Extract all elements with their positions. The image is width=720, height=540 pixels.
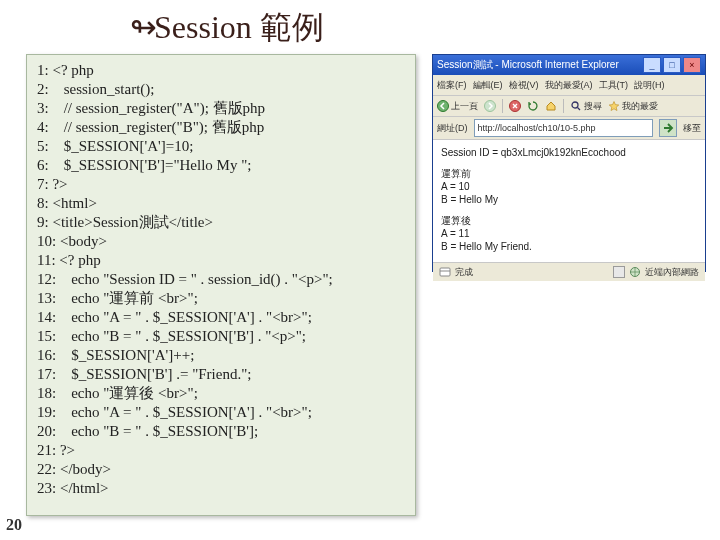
output-session-id: Session ID = qb3xLmcj0k192knEcochood [441,146,697,159]
svg-point-3 [572,102,578,108]
menu-tools[interactable]: 工具(T) [599,79,629,92]
search-icon [570,100,582,112]
back-button[interactable]: 上一頁 [437,100,478,113]
home-icon[interactable] [545,100,557,112]
menu-help[interactable]: 說明(H) [634,79,665,92]
favorites-label: 我的最愛 [622,100,658,113]
toolbar-sep [502,99,503,113]
go-button[interactable] [659,119,677,137]
refresh-icon[interactable] [527,100,539,112]
browser-addressbar: 網址(D) http://localhost/ch10/10-5.php 移至 [433,117,705,140]
stop-icon[interactable] [509,100,521,112]
zone-icon [629,266,641,278]
minimize-button[interactable]: _ [643,57,661,73]
menu-file[interactable]: 檔案(F) [437,79,467,92]
title-text: Session 範例 [154,9,324,45]
code-content: 1: <? php 2: session_start(); 3: // sess… [37,61,405,498]
output-after-header: 運算後 [441,214,697,227]
code-block: 1: <? php 2: session_start(); 3: // sess… [26,54,416,516]
browser-statusbar: 完成 近端內部網路 [433,262,705,281]
go-label: 移至 [683,122,701,135]
output-before-header: 運算前 [441,167,697,180]
output-after-a: A = 11 [441,227,697,240]
status-zone: 近端內部網路 [645,266,699,279]
search-button[interactable]: 搜尋 [570,100,602,113]
output-before-b: B = Hello My [441,193,697,206]
browser-title: Session測試 - Microsoft Internet Explorer [437,58,641,72]
menu-view[interactable]: 檢視(V) [509,79,539,92]
output-before-a: A = 10 [441,180,697,193]
svg-point-1 [485,101,496,112]
svg-rect-4 [440,268,450,276]
status-chip [613,266,625,278]
svg-point-0 [438,101,449,112]
output-after-b: B = Hello My Friend. [441,240,697,253]
address-input[interactable]: http://localhost/ch10/10-5.php [474,119,654,137]
browser-toolbar: 上一頁 搜尋 我的最愛 [433,96,705,117]
search-label: 搜尋 [584,100,602,113]
menu-edit[interactable]: 編輯(E) [473,79,503,92]
done-icon [439,266,451,278]
menu-fav[interactable]: 我的最愛(A) [545,79,593,92]
address-label: 網址(D) [437,122,468,135]
back-label: 上一頁 [451,100,478,113]
status-done: 完成 [455,266,473,279]
browser-viewport: Session ID = qb3xLmcj0k192knEcochood 運算前… [433,140,705,262]
go-icon [660,120,676,136]
favorites-button[interactable]: 我的最愛 [608,100,658,113]
close-button[interactable]: × [683,57,701,73]
forward-icon[interactable] [484,100,496,112]
toolbar-sep-2 [563,99,564,113]
title-bullet-icon: ↬ [130,8,148,46]
back-icon [437,100,449,112]
page-number: 20 [6,516,22,534]
star-icon [608,100,620,112]
browser-titlebar: Session測試 - Microsoft Internet Explorer … [433,55,705,75]
browser-menubar: 檔案(F) 編輯(E) 檢視(V) 我的最愛(A) 工具(T) 說明(H) [433,75,705,96]
slide-title: ↬Session 範例 [130,6,324,50]
browser-window: Session測試 - Microsoft Internet Explorer … [432,54,706,272]
maximize-button[interactable]: □ [663,57,681,73]
